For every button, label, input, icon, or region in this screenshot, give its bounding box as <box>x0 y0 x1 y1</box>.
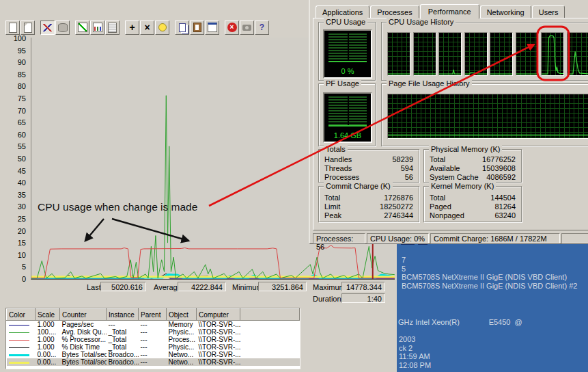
chart-y-axis: 1009590858075706560555045403530252015105… <box>0 34 27 284</box>
view-report-button[interactable] <box>105 21 120 35</box>
status-processes: Processes: 56 <box>313 233 365 243</box>
tab-networking[interactable]: Networking <box>480 5 531 18</box>
cpu-history-panel-8 <box>567 32 588 76</box>
report-icon <box>108 23 117 33</box>
kernel-memory-rows: Total144504Paged81264Nonpaged63240 <box>424 194 521 220</box>
last-label: Last <box>87 283 101 291</box>
legend-row[interactable]: 100....Avg. Disk Qu..._Total---Physic...… <box>7 328 300 336</box>
toolbar-separator <box>170 21 175 35</box>
copy-properties-button[interactable] <box>175 21 189 35</box>
toolbar-separator <box>120 21 125 35</box>
y-axis-label: 55 <box>1 142 26 150</box>
copy-icon <box>179 23 186 32</box>
sysinfo-line: 12:08 PM <box>399 361 431 370</box>
stat-row: Available15039608 <box>424 164 521 173</box>
cpu-history-panel-2 <box>413 32 436 76</box>
legend-column-header[interactable]: Parent <box>139 309 167 321</box>
legend-column-header[interactable]: Object <box>167 309 197 321</box>
y-axis-label: 15 <box>1 239 26 247</box>
toolbar-separator <box>70 21 75 35</box>
legend-header-row: ColorScaleCounterInstanceParentObjectCom… <box>7 309 300 321</box>
legend-column-header[interactable]: Counter <box>60 309 107 321</box>
sysinfo-line: ck 2 <box>399 344 431 353</box>
totals-rows: Handles58239Threads594Processes56 <box>319 155 419 182</box>
y-axis-label: 5 <box>1 263 26 271</box>
y-axis-label: 45 <box>1 167 26 175</box>
freeze-display-button[interactable]: × <box>225 21 239 35</box>
view-current-activity-button[interactable] <box>40 21 55 35</box>
delete-counter-button[interactable]: × <box>140 21 154 35</box>
cpu-model-line: GHz Intel Xeon(R) E5450 @ <box>398 318 522 327</box>
pf-history-chart <box>388 94 588 138</box>
camera-icon <box>242 25 251 31</box>
counter-color-swatch <box>9 347 29 348</box>
legend-row[interactable]: 0.00...Bytes Total/secBroadco...---Netwo… <box>7 351 300 358</box>
legend-row[interactable]: 0.00...Bytes Total/secBroadco...---Netwo… <box>7 358 300 366</box>
commit-charge-rows: Total1726876Limit18250272Peak2746344 <box>319 194 419 220</box>
update-data-button[interactable] <box>240 21 254 35</box>
system-info-window: 75BCM5708S NetXtreme II GigE (NDIS VBD C… <box>395 239 588 372</box>
sysinfo-line: 2003 <box>399 335 431 344</box>
perfmon-toolbar: + × × ? <box>5 19 306 36</box>
y-axis-label: 75 <box>1 94 26 103</box>
led-segments <box>328 96 367 127</box>
add-counter-button[interactable]: + <box>125 21 139 35</box>
pf-usage-title: PF Usage <box>324 79 361 88</box>
highlight-button[interactable] <box>155 21 169 35</box>
stat-row: Paged81264 <box>424 202 521 211</box>
average-value: 4222.844 <box>178 282 226 291</box>
duration-label: Duration <box>313 295 341 303</box>
legend-column-header[interactable]: Color <box>7 309 36 321</box>
stat-row: Peak2746344 <box>319 211 419 220</box>
help-button[interactable]: ? <box>255 21 269 35</box>
status-cpu-usage: CPU Usage: 0% <box>367 233 429 243</box>
cpu-usage-value: 0 % <box>324 67 371 75</box>
stat-row: Limit18250272 <box>319 202 419 211</box>
legend-column-header[interactable] <box>240 309 300 321</box>
legend-column-header[interactable]: Instance <box>107 309 139 321</box>
paste-counter-list-button[interactable] <box>190 21 204 35</box>
sysinfo-line: BCM5708S NetXtreme II GigE (NDIS VBD Cli… <box>402 282 577 291</box>
tab-performance[interactable]: Performance <box>420 4 479 19</box>
legend-row[interactable]: 1.000% Disk Time_Total---Physic...\\TOR-… <box>7 343 300 351</box>
y-axis-label: 65 <box>1 118 26 127</box>
properties-button[interactable] <box>205 21 219 35</box>
legend-column-header[interactable]: Scale <box>36 309 60 321</box>
stat-row: Total1726876 <box>319 194 419 202</box>
y-axis-label: 90 <box>1 58 26 66</box>
commit-charge-groupbox: Commit Charge (K) Total1726876Limit18250… <box>318 186 419 222</box>
task-manager-window: ApplicationsProcessesPerformanceNetworki… <box>309 0 588 244</box>
clear-display-button[interactable] <box>20 21 35 35</box>
cpu-history-panel-4 <box>464 32 488 76</box>
y-axis-label: 35 <box>1 191 26 199</box>
y-axis-label: 95 <box>1 46 26 55</box>
new-counter-set-button[interactable] <box>5 21 20 35</box>
tab-users[interactable]: Users <box>532 5 565 18</box>
properties-icon <box>208 23 217 32</box>
legend-column-header[interactable]: Computer <box>197 309 240 321</box>
status-commit-charge: Commit Charge: 1686M / 17822M <box>430 233 560 243</box>
cpu-history-panel-3 <box>438 32 462 76</box>
view-log-data-button[interactable] <box>55 21 70 35</box>
view-graph-button[interactable] <box>75 21 89 35</box>
y-axis-label: 80 <box>1 82 26 90</box>
tab-applications[interactable]: Applications <box>316 5 369 18</box>
legend-row[interactable]: 1.000% Processor..._Total---Proces...\\T… <box>7 336 300 343</box>
view-histogram-button[interactable] <box>90 21 104 35</box>
y-axis-label: 30 <box>1 202 26 211</box>
y-axis-label: 60 <box>1 131 26 139</box>
status-empty-pane <box>561 233 588 243</box>
sysinfo-line: 5 <box>402 265 577 274</box>
clear-page-icon <box>24 23 32 33</box>
led-segments <box>328 34 367 62</box>
stat-row: Handles58239 <box>319 155 419 164</box>
sysinfo-line: BCM5708S NetXtreme II GigE (NDIS VBD Cli… <box>402 273 577 282</box>
tab-processes[interactable]: Processes <box>370 5 419 18</box>
y-axis-label: 25 <box>1 215 26 223</box>
legend-row[interactable]: 1.000Pages/sec------Memory\\TOR-SVR-... <box>7 321 300 329</box>
physical-memory-groupbox: Physical Memory (K) Total16776252Availab… <box>423 149 522 183</box>
last-value: 5020.616 <box>100 282 146 291</box>
stat-row: Threads594 <box>319 164 419 173</box>
y-axis-label: 20 <box>1 227 26 235</box>
maximum-value: 14778.344 <box>341 282 385 291</box>
